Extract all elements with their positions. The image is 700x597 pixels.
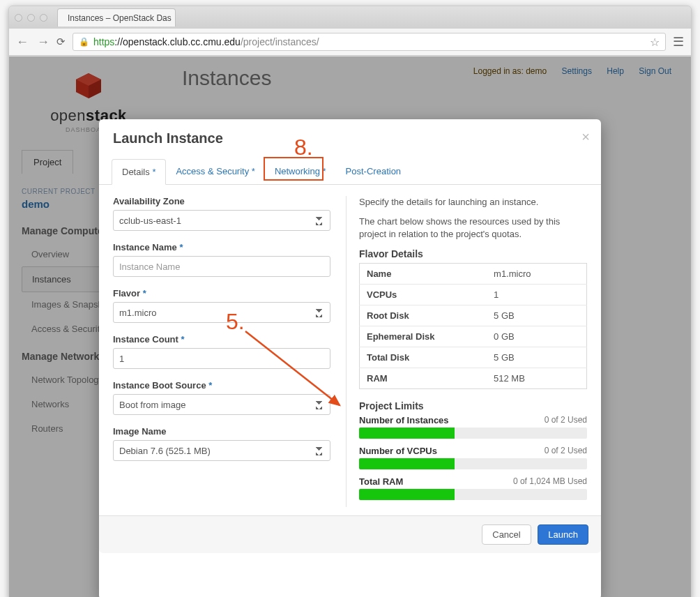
help-text-2: The chart below shows the resources used… (359, 216, 587, 241)
tab-title: Instances – OpenStack Das (68, 13, 172, 23)
label-image-name: Image Name (113, 426, 330, 437)
browser-tab[interactable]: Instances – OpenStack Das × (57, 8, 176, 27)
input-instance-name[interactable] (113, 256, 330, 277)
limit-vcpus: Number of VCPUs0 of 2 Used (359, 446, 587, 469)
flavor-details-table: Namem1.micro VCPUs1 Root Disk5 GB Epheme… (359, 263, 587, 389)
chrome-menu-icon[interactable]: ☰ (673, 34, 684, 50)
browser-window: Instances – OpenStack Das × ← → ⟳ 🔒 http… (8, 6, 692, 597)
form-column: Availability Zone cclub-us-east-1 Instan… (113, 196, 330, 507)
launch-instance-modal: Launch Instance × Details * Access & Sec… (99, 119, 601, 597)
label-boot-source: Instance Boot Source * (113, 380, 330, 391)
table-row: Root Disk5 GB (360, 305, 587, 326)
project-limits-head: Project Limits (359, 400, 587, 411)
window-controls (15, 14, 47, 22)
label-availability-zone: Availability Zone (113, 196, 330, 206)
browser-toolbar: ← → ⟳ 🔒 https://openstack.club.cc.cmu.ed… (9, 29, 691, 56)
zoom-window-icon[interactable] (40, 14, 47, 22)
url-text: https://openstack.club.cc.cmu.edu/projec… (93, 36, 319, 47)
table-row: Namem1.micro (360, 263, 587, 284)
chrome-tab-strip: Instances – OpenStack Das × (9, 6, 691, 29)
progress-bar (359, 458, 587, 469)
modal-title: Launch Instance (113, 130, 587, 146)
tab-access-security[interactable]: Access & Security * (166, 159, 264, 184)
help-text-1: Specify the details for launching an ins… (359, 196, 587, 209)
minimize-window-icon[interactable] (27, 14, 35, 22)
select-boot-source[interactable]: Boot from image (113, 394, 330, 415)
limit-instances: Number of Instances0 of 2 Used (359, 415, 587, 439)
details-column: Specify the details for launching an ins… (346, 196, 587, 507)
select-flavor[interactable]: m1.micro (113, 302, 330, 323)
callout-label-5: 5. (226, 309, 245, 335)
table-row: VCPUs1 (360, 284, 587, 305)
page: openstack DASHBOARD Project CURRENT PROJ… (9, 56, 691, 597)
label-flavor: Flavor * (113, 288, 330, 298)
table-row: Total Disk5 GB (360, 347, 587, 368)
back-icon[interactable]: ← (16, 35, 29, 50)
modal-tabs: Details * Access & Security * Networking… (99, 159, 601, 185)
select-availability-zone[interactable]: cclub-us-east-1 (113, 210, 330, 231)
table-row: Ephemeral Disk0 GB (360, 326, 587, 347)
bookmark-star-icon[interactable]: ☆ (650, 36, 660, 49)
tab-details[interactable]: Details * (112, 159, 166, 185)
tab-post-creation[interactable]: Post-Creation (336, 159, 411, 184)
close-icon[interactable]: × (581, 129, 590, 145)
table-row: RAM512 MB (360, 368, 587, 388)
callout-label-8: 8. (294, 135, 313, 160)
limit-ram: Total RAM0 of 1,024 MB Used (359, 476, 587, 500)
launch-button[interactable]: Launch (538, 524, 588, 545)
modal-overlay: Launch Instance × Details * Access & Sec… (9, 56, 691, 597)
label-instance-name: Instance Name * (113, 242, 330, 252)
reload-icon[interactable]: ⟳ (56, 36, 66, 48)
forward-icon[interactable]: → (37, 35, 50, 50)
address-bar[interactable]: 🔒 https://openstack.club.cc.cmu.edu/proj… (73, 33, 666, 51)
flavor-details-head: Flavor Details (359, 248, 587, 259)
cancel-button[interactable]: Cancel (482, 524, 531, 545)
close-window-icon[interactable] (15, 14, 22, 22)
lock-icon: 🔒 (79, 37, 89, 47)
input-instance-count[interactable] (113, 348, 330, 369)
select-image-name[interactable]: Debian 7.6 (525.1 MB) (113, 440, 330, 461)
progress-bar (359, 489, 587, 500)
label-instance-count: Instance Count * (113, 334, 330, 345)
callout-box-networking (264, 157, 324, 181)
progress-bar (359, 428, 587, 439)
